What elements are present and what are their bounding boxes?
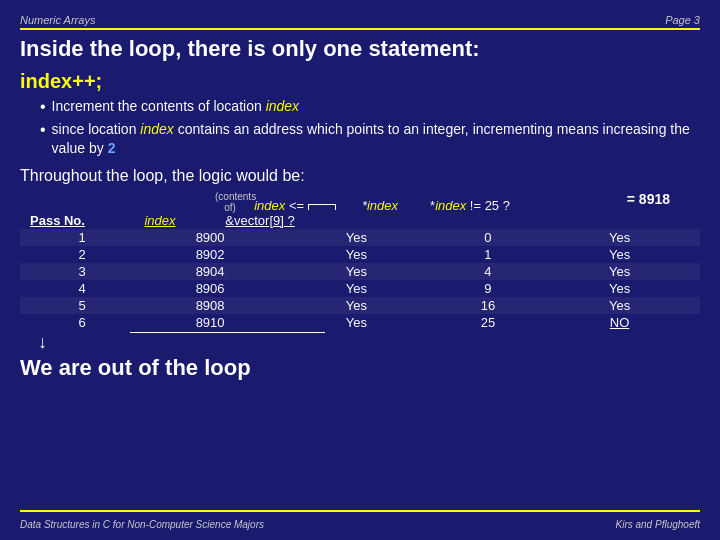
cell-star: 1 [437, 246, 539, 263]
lte-col-header: &vector[9] ? [205, 213, 315, 228]
index-col-header: index [115, 213, 205, 228]
slide-footer: Data Structures in C for Non-Computer Sc… [20, 519, 700, 530]
cell-pass: 2 [20, 246, 144, 263]
cell-pass: 3 [20, 263, 144, 280]
col-header-row: (contents of) index <= *index *index != … [20, 191, 700, 213]
contents-of-label-2: (contents of) [215, 191, 245, 213]
cell-neq: NO [539, 314, 700, 331]
cell-pass: 4 [20, 280, 144, 297]
bullet-item-1: • Increment the contents of location ind… [40, 97, 700, 118]
cell-neq: Yes [539, 280, 700, 297]
table-row: 1 8900 Yes 0 Yes [20, 229, 700, 246]
cell-pass: 6 [20, 314, 144, 331]
slide-title: Inside the loop, there is only one state… [20, 36, 700, 62]
table-row: 5 8908 Yes 16 Yes [20, 297, 700, 314]
cell-index: 8906 [144, 280, 276, 297]
col-header-lte: index <= [245, 198, 345, 213]
bullet-dot-1: • [40, 97, 46, 118]
out-of-loop: We are out of the loop [20, 355, 700, 381]
bullet-list: • Increment the contents of location ind… [40, 97, 700, 159]
table-row: 6 8910 Yes 25 NO [20, 314, 700, 331]
bullet-1-before: Increment the contents of location [52, 98, 266, 114]
data-table: 1 8900 Yes 0 Yes 2 8902 Yes 1 Yes 3 8904… [20, 229, 700, 331]
bullet-2-before: since location [52, 121, 141, 137]
col-header-star-index: *index [345, 198, 415, 213]
bullet-text-1: Increment the contents of location index [52, 97, 299, 117]
cell-index: 8902 [144, 246, 276, 263]
bracket-top [308, 204, 336, 210]
index-lte-text: index [254, 198, 285, 213]
bullet-2-italic: index [140, 121, 173, 137]
subheader-row: Pass No. index &vector[9] ? [20, 213, 700, 228]
main-content: Inside the loop, there is only one state… [20, 36, 700, 381]
cell-star: 25 [437, 314, 539, 331]
bullet-1-italic: index [266, 98, 299, 114]
slide-subtitle: Numeric Arrays [20, 14, 95, 26]
cell-index: 8908 [144, 297, 276, 314]
cell-lte: Yes [276, 297, 437, 314]
cell-index: 8910 [144, 314, 276, 331]
cell-star: 9 [437, 280, 539, 297]
cell-lte: Yes [276, 314, 437, 331]
arrow-down: ↓ [20, 333, 700, 351]
footer-right: Kirs and Pflughoeft [616, 519, 701, 530]
cell-lte: Yes [276, 280, 437, 297]
cell-index: 8900 [144, 229, 276, 246]
cell-index: 8904 [144, 263, 276, 280]
equals-label: = 8918 [627, 191, 670, 207]
table-row: 2 8902 Yes 1 Yes [20, 246, 700, 263]
throughout-text: Throughout the loop, the logic would be: [20, 167, 700, 185]
cell-star: 16 [437, 297, 539, 314]
bullet-dot-2: • [40, 120, 46, 141]
cell-star: 4 [437, 263, 539, 280]
cell-neq: Yes [539, 246, 700, 263]
bullet-2-bold: 2 [108, 140, 116, 156]
section-heading: index++; [20, 70, 700, 93]
footer-left: Data Structures in C for Non-Computer Sc… [20, 519, 264, 530]
slide-container: Numeric Arrays Page 3 Inside the loop, t… [0, 0, 720, 540]
cell-neq: Yes [539, 263, 700, 280]
cell-lte: Yes [276, 246, 437, 263]
cell-pass: 1 [20, 229, 144, 246]
cell-star: 0 [437, 229, 539, 246]
bottom-border [20, 510, 700, 512]
cell-neq: Yes [539, 297, 700, 314]
lte-symbol: <= [289, 198, 304, 213]
cell-lte: Yes [276, 263, 437, 280]
page-number: Page 3 [665, 14, 700, 26]
col-header-not-equal: *index != 25 ? [415, 198, 525, 213]
bullet-text-2: since location index contains an address… [52, 120, 700, 159]
top-border [20, 28, 700, 30]
table-row: 3 8904 Yes 4 Yes [20, 263, 700, 280]
cell-pass: 5 [20, 297, 144, 314]
cell-lte: Yes [276, 229, 437, 246]
bullet-item-2: • since location index contains an addre… [40, 120, 700, 159]
passno-header: Pass No. [30, 213, 115, 228]
table-row: 4 8906 Yes 9 Yes [20, 280, 700, 297]
cell-neq: Yes [539, 229, 700, 246]
logic-section: = 8918 (contents of) index <= *index *in… [20, 191, 700, 351]
